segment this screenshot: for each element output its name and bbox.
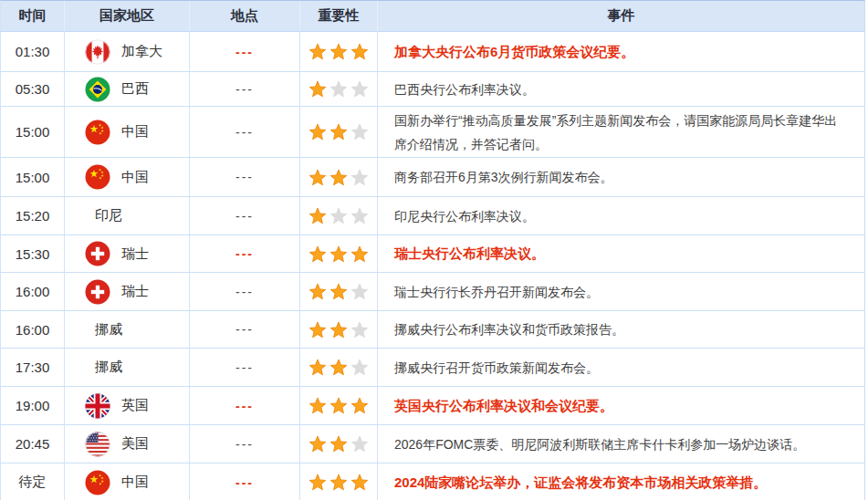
star-empty-icon [350,321,369,339]
star-filled-icon [309,321,327,339]
star-empty-icon [350,80,369,98]
event-cell: 2024陆家嘴论坛举办，证监会将发布资本市场相关政策举措。 [378,464,864,500]
country-cell: 瑞士 [65,273,190,310]
star-filled-icon [329,43,348,60]
country-cell: 挪威 [65,349,190,386]
location-value: --- [235,322,254,337]
table-row: 15:20印尼---印尼央行公布利率决议。 [1,197,864,235]
event-cell: 英国央行公布利率决议和会议纪要。 [378,387,864,424]
country-cell: 巴西 [65,72,190,106]
location-value: --- [235,82,254,97]
star-filled-icon [309,123,327,141]
location-cell: --- [190,349,300,386]
brazil-flag-icon [85,77,110,102]
china-flag-icon [85,120,110,145]
event-cell: 瑞士央行公布利率决议。 [378,235,864,272]
star-filled-icon [329,435,348,453]
star-filled-icon [309,435,327,453]
table-row: 15:30瑞士---瑞士央行公布利率决议。 [1,235,864,273]
star-empty-icon [350,123,369,141]
country-name: 中国 [121,474,149,491]
star-filled-icon [329,245,348,263]
event-time: 15:20 [1,197,65,234]
star-filled-icon [329,359,348,376]
table-row: 15:00中国---国新办举行“推动高质量发展”系列主题新闻发布会，请国家能源局… [1,107,864,158]
country-cell: 英国 [65,387,190,424]
star-filled-icon [329,123,348,141]
location-cell: --- [190,107,300,157]
star-filled-icon [309,80,327,98]
event-text: 印尼央行公布利率决议。 [394,204,535,228]
importance-rating [300,311,378,348]
table-row: 17:30挪威---挪威央行召开货币政策新闻发布会。 [1,349,864,387]
importance-rating [300,387,378,424]
table-row: 19:00英国---英国央行公布利率决议和会议纪要。 [1,387,864,425]
location-value: --- [235,360,254,375]
location-value: --- [235,475,254,490]
country-cell: 瑞士 [65,235,190,272]
uk-flag-icon [85,393,110,419]
event-text: 挪威央行公布利率决议和货币政策报告。 [394,318,624,341]
event-text: 商务部召开6月第3次例行新闻发布会。 [394,165,613,189]
location-cell: --- [190,32,300,71]
star-filled-icon [329,321,348,339]
event-cell: 瑞士央行行长乔丹召开新闻发布会。 [378,273,864,310]
country-name: 挪威 [95,359,122,376]
column-header-importance: 重要性 [300,1,378,31]
event-time: 01:30 [1,32,65,71]
country-name: 英国 [121,397,149,414]
importance-rating [300,464,378,500]
event-text: 2024陆家嘴论坛举办，证监会将发布资本市场相关政策举措。 [394,471,767,495]
star-filled-icon [309,169,327,186]
star-filled-icon [329,169,348,186]
event-time: 15:30 [1,235,65,272]
location-cell: --- [190,387,300,424]
star-filled-icon [309,283,327,300]
country-name: 加拿大 [121,43,162,60]
china-flag-icon [85,164,110,190]
importance-rating [300,158,378,196]
importance-rating [300,349,378,386]
star-filled-icon [309,474,327,491]
event-text: 瑞士央行公布利率决议。 [394,242,545,266]
importance-rating [300,32,378,71]
country-name: 巴西 [121,80,149,98]
country-name: 中国 [121,123,149,141]
location-cell: --- [190,311,300,348]
event-text: 巴西央行公布利率决议。 [394,78,535,101]
economic-calendar-table: 时间 国家地区 地点 重要性 事件 01:30加拿大---加拿大央行公布6月货币… [0,0,865,500]
event-cell: 挪威央行公布利率决议和货币政策报告。 [378,311,864,348]
location-cell: --- [190,273,300,310]
importance-rating [300,197,378,234]
switzerland-flag-icon [85,241,110,266]
country-name: 印尼 [95,207,122,224]
column-header-event: 事件 [378,1,864,31]
table-body: 01:30加拿大---加拿大央行公布6月货币政策会议纪要。05:30巴西---巴… [1,32,864,500]
location-cell: --- [190,158,300,196]
star-filled-icon [309,397,327,414]
usa-flag-icon [85,432,110,457]
star-filled-icon [329,283,348,300]
event-time: 16:00 [1,311,65,348]
event-time: 20:45 [1,425,65,463]
event-text: 2026年FOMC票委、明尼阿波利斯联储主席卡什卡利参加一场炉边谈话。 [394,432,805,456]
star-empty-icon [350,283,369,300]
event-text: 加拿大央行公布6月货币政策会议纪要。 [394,40,634,64]
event-time: 15:00 [1,107,65,157]
event-time: 05:30 [1,72,65,106]
country-name: 美国 [121,435,149,453]
event-time: 15:00 [1,158,65,196]
country-cell: 中国 [65,464,190,500]
event-time: 待定 [1,464,65,500]
table-row: 16:00瑞士---瑞士央行行长乔丹召开新闻发布会。 [1,273,864,311]
star-filled-icon [309,207,327,224]
country-cell: 挪威 [65,311,190,348]
table-row: 01:30加拿大---加拿大央行公布6月货币政策会议纪要。 [1,32,864,72]
star-filled-icon [329,474,348,491]
country-cell: 加拿大 [65,32,190,71]
table-row: 05:30巴西---巴西央行公布利率决议。 [1,72,864,107]
country-cell: 美国 [65,425,190,463]
location-cell: --- [190,72,300,106]
table-header: 时间 国家地区 地点 重要性 事件 [1,1,864,32]
table-row: 待定中国---2024陆家嘴论坛举办，证监会将发布资本市场相关政策举措。 [1,464,864,500]
